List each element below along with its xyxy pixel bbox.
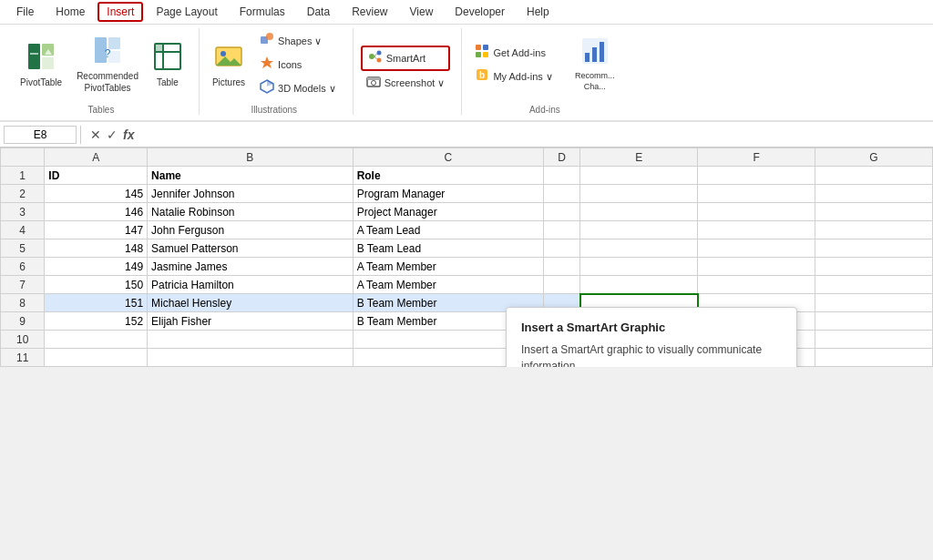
cell-1-a[interactable]: ID: [45, 167, 148, 185]
cell-8-b[interactable]: Michael Hensley: [148, 294, 354, 312]
row-header-7[interactable]: 7: [1, 276, 45, 294]
cell-3-c[interactable]: Project Manager: [353, 203, 543, 221]
cell-2-e[interactable]: [580, 185, 698, 203]
menu-insert[interactable]: Insert: [97, 2, 143, 22]
cell-4-b[interactable]: John Ferguson: [148, 221, 354, 239]
col-header-a[interactable]: A: [45, 148, 148, 167]
cell-5-g[interactable]: [815, 239, 933, 258]
cell-4-f[interactable]: [698, 221, 815, 239]
cell-8-g[interactable]: [815, 294, 933, 312]
cell-5-e[interactable]: [580, 239, 698, 258]
cell-5-b[interactable]: Samuel Patterson: [148, 239, 354, 258]
menu-formulas[interactable]: Formulas: [231, 2, 294, 22]
table-row[interactable]: 3146Natalie RobinsonProject Manager: [1, 203, 933, 221]
cell-2-c[interactable]: Program Manager: [353, 185, 543, 203]
col-header-f[interactable]: F: [698, 148, 815, 167]
row-header-5[interactable]: 5: [1, 239, 45, 258]
cell-3-g[interactable]: [815, 203, 933, 221]
cell-5-f[interactable]: [698, 239, 815, 258]
row-header-6[interactable]: 6: [1, 258, 45, 276]
cell-11-b[interactable]: [148, 349, 354, 367]
table-button[interactable]: Table: [148, 38, 188, 92]
cell-10-b[interactable]: [148, 331, 354, 349]
cell-3-d[interactable]: [544, 203, 580, 221]
my-addins-button[interactable]: b My Add-ins ∨: [469, 66, 558, 87]
cell-6-f[interactable]: [698, 258, 815, 276]
cell-11-g[interactable]: [815, 349, 933, 367]
cell-2-a[interactable]: 145: [45, 185, 148, 203]
menu-help[interactable]: Help: [518, 2, 559, 22]
cell-4-d[interactable]: [544, 221, 580, 239]
col-header-g[interactable]: G: [815, 148, 933, 167]
cell-9-a[interactable]: 152: [45, 312, 148, 331]
cell-9-g[interactable]: [815, 312, 933, 331]
cell-2-g[interactable]: [815, 185, 933, 203]
cell-6-g[interactable]: [815, 258, 933, 276]
cell-4-a[interactable]: 147: [45, 221, 148, 239]
menu-developer[interactable]: Developer: [446, 2, 514, 22]
row-header-11[interactable]: 11: [1, 349, 45, 367]
cell-4-c[interactable]: A Team Lead: [353, 221, 543, 239]
table-row[interactable]: 1IDNameRole: [1, 167, 933, 185]
row-header-4[interactable]: 4: [1, 221, 45, 239]
cell-6-b[interactable]: Jasmine James: [148, 258, 354, 276]
table-row[interactable]: 4147John FergusonA Team Lead: [1, 221, 933, 239]
cell-5-a[interactable]: 148: [45, 239, 148, 258]
row-header-9[interactable]: 9: [1, 312, 45, 331]
cancel-icon[interactable]: ✕: [90, 127, 101, 142]
menu-review[interactable]: Review: [343, 2, 396, 22]
col-header-c[interactable]: C: [353, 148, 543, 167]
fx-icon[interactable]: fx: [123, 127, 134, 142]
cell-7-g[interactable]: [815, 276, 933, 294]
cell-1-b[interactable]: Name: [148, 167, 354, 185]
confirm-icon[interactable]: ✓: [107, 127, 118, 142]
cell-7-f[interactable]: [698, 276, 815, 294]
cell-5-c[interactable]: B Team Lead: [353, 239, 543, 258]
cell-6-e[interactable]: [580, 258, 698, 276]
cell-2-f[interactable]: [698, 185, 815, 203]
table-row[interactable]: 6149Jasmine JamesA Team Member: [1, 258, 933, 276]
menu-page-layout[interactable]: Page Layout: [147, 2, 226, 22]
cell-7-b[interactable]: Patricia Hamilton: [148, 276, 354, 294]
cell-10-a[interactable]: [45, 331, 148, 349]
cell-7-e[interactable]: [580, 276, 698, 294]
icons-button[interactable]: Icons: [254, 54, 342, 76]
menu-view[interactable]: View: [401, 2, 443, 22]
pivottable-button[interactable]: PivotTable: [15, 38, 67, 92]
table-row[interactable]: 5148Samuel PattersonB Team Lead: [1, 239, 933, 258]
cell-1-e[interactable]: [580, 167, 698, 185]
cell-3-e[interactable]: [580, 203, 698, 221]
recommended-pivottables-button[interactable]: ? RecommendedPivotTables: [71, 32, 144, 97]
table-row[interactable]: 7150Patricia HamiltonA Team Member: [1, 276, 933, 294]
menu-home[interactable]: Home: [46, 2, 94, 22]
table-row[interactable]: 2145Jennifer JohnsonProgram Manager: [1, 185, 933, 203]
row-header-10[interactable]: 10: [1, 331, 45, 349]
cell-7-a[interactable]: 150: [45, 276, 148, 294]
col-header-b[interactable]: B: [148, 148, 354, 167]
formula-input[interactable]: [143, 127, 929, 143]
menu-file[interactable]: File: [7, 2, 43, 22]
recommended-charts-button[interactable]: Recomm...Cha...: [569, 33, 620, 96]
col-header-e[interactable]: E: [580, 148, 698, 167]
screenshot-button[interactable]: Screenshot ∨: [361, 73, 451, 95]
cell-4-e[interactable]: [580, 221, 698, 239]
cell-3-f[interactable]: [698, 203, 815, 221]
cell-8-a[interactable]: 151: [45, 294, 148, 312]
cell-1-c[interactable]: Role: [353, 167, 543, 185]
cell-6-c[interactable]: A Team Member: [353, 258, 543, 276]
cell-6-a[interactable]: 149: [45, 258, 148, 276]
row-header-8[interactable]: 8: [1, 294, 45, 312]
cell-10-g[interactable]: [815, 331, 933, 349]
cell-1-f[interactable]: [698, 167, 815, 185]
cell-1-d[interactable]: [544, 167, 580, 185]
cell-3-b[interactable]: Natalie Robinson: [148, 203, 354, 221]
row-header-2[interactable]: 2: [1, 185, 45, 203]
cell-4-g[interactable]: [815, 221, 933, 239]
cell-1-g[interactable]: [815, 167, 933, 185]
cell-3-a[interactable]: 146: [45, 203, 148, 221]
cell-6-d[interactable]: [544, 258, 580, 276]
shapes-button[interactable]: Shapes ∨: [254, 30, 342, 52]
row-header-1[interactable]: 1: [1, 167, 45, 185]
cell-7-d[interactable]: [544, 276, 580, 294]
cell-5-d[interactable]: [544, 239, 580, 258]
